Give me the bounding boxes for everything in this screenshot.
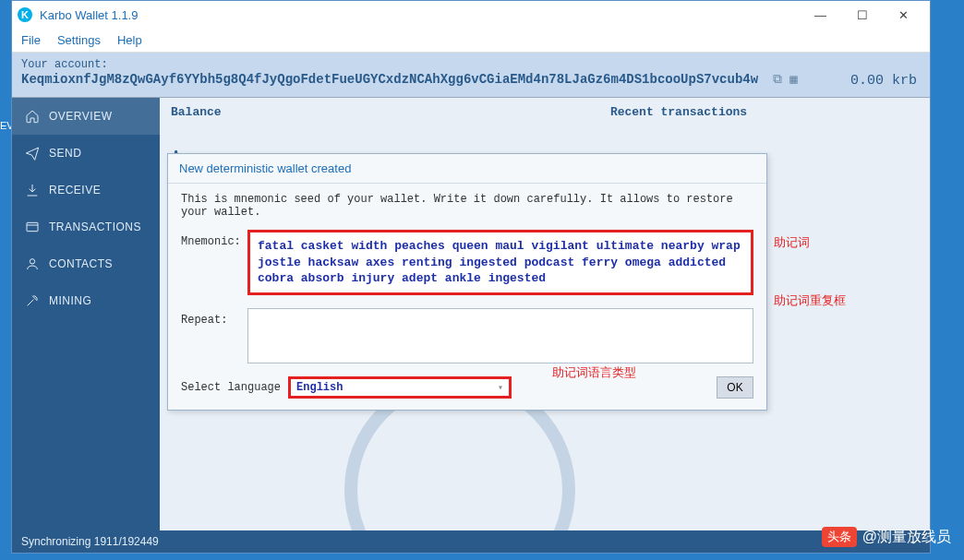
- menu-file[interactable]: File: [21, 33, 41, 47]
- sidebar-item-label: TRANSACTIONS: [49, 220, 141, 233]
- close-button[interactable]: ✕: [883, 2, 924, 28]
- source-watermark: 头条 @测量放线员: [822, 527, 951, 547]
- dialog-description: This is mnemonic seed of your wallet. Wr…: [181, 193, 753, 219]
- svg-rect-0: [27, 222, 38, 231]
- titlebar: K Karbo Wallet 1.1.9 — ☐ ✕: [12, 1, 930, 29]
- sidebar-item-overview[interactable]: OVERVIEW: [12, 98, 160, 135]
- annotation-repeat: 助记词重复框: [774, 292, 846, 309]
- transactions-icon: [25, 220, 40, 234]
- statusbar: Synchronizing 1911/192449: [12, 530, 930, 553]
- left-edge-text: EV: [0, 120, 11, 131]
- annotation-mnemonic: 助记词: [774, 234, 810, 251]
- annotation-language: 助记词语言类型: [552, 364, 636, 381]
- menu-help[interactable]: Help: [117, 33, 142, 47]
- repeat-label: Repeat:: [181, 308, 247, 327]
- menu-settings[interactable]: Settings: [57, 33, 101, 47]
- sidebar-item-label: CONTACTS: [49, 257, 113, 270]
- watermark-handle: @测量放线员: [862, 528, 951, 547]
- chevron-down-icon: ▾: [498, 382, 503, 393]
- mnemonic-seed-box[interactable]: fatal casket width peaches queen maul vi…: [247, 230, 753, 295]
- copy-address-icon[interactable]: ⧉ ▦: [773, 71, 798, 87]
- sidebar-item-label: RECEIVE: [49, 184, 101, 197]
- account-address: KeqmioxnfJgM8zQwGAyf6YYbh5g8Q4fJyQgoFdet…: [21, 72, 758, 87]
- new-wallet-dialog: New deterministic wallet created This is…: [167, 153, 767, 411]
- dialog-title: New deterministic wallet created: [168, 154, 766, 184]
- app-logo-icon: K: [18, 7, 32, 22]
- window-title: Karbo Wallet 1.1.9: [40, 8, 800, 22]
- sidebar-item-contacts[interactable]: CONTACTS: [12, 245, 160, 282]
- repeat-mnemonic-input[interactable]: [247, 308, 753, 363]
- maximize-button[interactable]: ☐: [841, 2, 883, 28]
- recent-transactions-header: Recent transactions: [439, 105, 919, 119]
- sidebar-item-transactions[interactable]: TRANSACTIONS: [12, 209, 160, 245]
- balance-header: Balance: [171, 105, 439, 119]
- language-label: Select language: [181, 381, 281, 394]
- account-bar: Your account: KeqmioxnfJgM8zQwGAyf6YYbh5…: [12, 53, 930, 98]
- mnemonic-label: Mnemonic:: [181, 230, 247, 248]
- contacts-icon: [25, 256, 40, 271]
- account-label: Your account:: [21, 58, 921, 71]
- menubar: File Settings Help: [12, 29, 930, 53]
- minimize-button[interactable]: —: [800, 2, 841, 28]
- sync-status: Synchronizing 1911/192449: [21, 535, 159, 548]
- sidebar-item-send[interactable]: SEND: [12, 135, 160, 172]
- sidebar-item-label: MINING: [49, 294, 91, 307]
- balance-value: 0.00 krb: [850, 73, 917, 89]
- sidebar-item-mining[interactable]: MINING: [12, 282, 160, 319]
- receive-icon: [25, 183, 40, 197]
- watermark-badge: 头条: [822, 527, 857, 547]
- ok-button[interactable]: OK: [717, 376, 753, 399]
- home-icon: [25, 109, 40, 124]
- language-selected-value: English: [296, 381, 343, 394]
- sidebar-item-label: OVERVIEW: [49, 110, 112, 123]
- mining-icon: [25, 293, 40, 308]
- svg-point-1: [30, 259, 34, 264]
- sidebar-item-label: SEND: [49, 147, 81, 160]
- language-select[interactable]: English ▾: [288, 376, 512, 399]
- sidebar: OVERVIEW SEND RECEIVE TRANSACTIONS CONTA…: [12, 98, 160, 530]
- sidebar-item-receive[interactable]: RECEIVE: [12, 172, 160, 209]
- send-icon: [25, 146, 40, 161]
